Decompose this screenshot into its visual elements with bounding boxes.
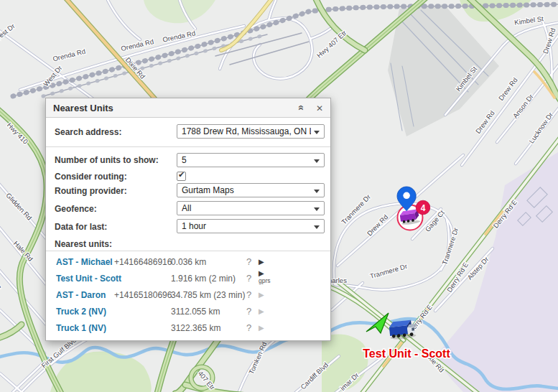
close-icon[interactable] bbox=[316, 103, 323, 113]
unit-row: Truck 1 (NV) 3122.365 km ? bbox=[46, 320, 330, 336]
data-for-last-value: 1 hour bbox=[182, 221, 311, 231]
unit-play-arrow-gprs[interactable]: gprs bbox=[259, 269, 276, 284]
unit-name-link[interactable]: Test Unit - Scott bbox=[56, 271, 113, 286]
unit-name-link[interactable]: Truck 2 (NV) bbox=[56, 304, 113, 319]
map-road-label: Tranmere Dr bbox=[369, 262, 408, 280]
search-address-label: Search address: bbox=[55, 127, 121, 137]
separator bbox=[46, 251, 330, 251]
unit-row: Truck 2 (NV) 3112.055 km ? bbox=[46, 304, 330, 319]
unit-play-arrow[interactable] bbox=[259, 254, 264, 270]
geofence-label: Geofence: bbox=[55, 204, 97, 214]
map-road-label: Tranmere Dr bbox=[440, 227, 460, 266]
unit-phone: +14165180696 bbox=[114, 287, 172, 303]
data-for-last-select[interactable]: 1 hour bbox=[177, 219, 325, 233]
unit-query-button[interactable]: ? bbox=[246, 304, 251, 319]
units-count-label: Number of units to show: bbox=[55, 155, 159, 165]
svg-text:4: 4 bbox=[421, 203, 426, 213]
geofence-select[interactable]: All bbox=[177, 201, 325, 215]
map-road-label: Kimbel St bbox=[514, 14, 544, 27]
unit-query-button[interactable]: ? bbox=[246, 320, 251, 336]
dialog-header: Nearest Units bbox=[46, 98, 330, 118]
map-road-label: Orenda Rd bbox=[52, 47, 86, 63]
separator bbox=[46, 146, 330, 147]
unit-distance: 3112.055 km bbox=[171, 304, 220, 319]
unit-distance: 34.785 km (23 min) bbox=[171, 287, 245, 303]
unit-play-arrow[interactable] bbox=[259, 320, 264, 336]
unit-distance: 3122.365 km bbox=[171, 320, 220, 336]
collapse-icon[interactable] bbox=[299, 103, 304, 113]
search-address-value: 1788 Drew Rd, Mississauga, ON L5S, Cana.… bbox=[182, 126, 311, 136]
routing-provider-label: Routing provider: bbox=[55, 186, 127, 196]
unit-distance: 0.036 km bbox=[171, 254, 206, 270]
unit-marker-label: Test Unit - Scott bbox=[363, 347, 450, 360]
unit-play-arrow[interactable] bbox=[259, 287, 264, 303]
nearest-units-label: Nearest units: bbox=[55, 239, 112, 249]
app-window: West DrWest DrOrenda RdOrenda RdOrenda R… bbox=[0, 0, 558, 392]
unit-name-link[interactable]: AST - Daron bbox=[56, 287, 113, 303]
nearest-units-dialog: Nearest Units Search address: 1788 Drew … bbox=[45, 98, 331, 341]
unit-phone: +14166486916 bbox=[114, 254, 172, 270]
geofence-value: All bbox=[182, 203, 311, 213]
gprs-label: gprs bbox=[259, 277, 276, 284]
unit-query-button[interactable]: ? bbox=[246, 287, 251, 303]
map-road-label: Glidden Rd bbox=[4, 191, 33, 221]
unit-distance: 1.916 km (2 min) bbox=[171, 271, 236, 286]
dialog-title: Nearest Units bbox=[53, 103, 113, 113]
unit-row: AST - Michael +14166486916 0.036 km ? bbox=[46, 254, 330, 270]
unit-row: AST - Daron +14165180696 34.785 km (23 m… bbox=[46, 287, 330, 303]
routing-provider-select[interactable]: Gurtam Maps bbox=[177, 183, 325, 197]
unit-name-link[interactable]: Truck 1 (NV) bbox=[56, 320, 113, 336]
units-count-select[interactable]: 5 bbox=[177, 153, 325, 167]
park-area bbox=[50, 351, 152, 392]
cluster-count-badge: 4 bbox=[416, 200, 430, 215]
unit-name-link[interactable]: AST - Michael bbox=[56, 254, 113, 270]
data-for-last-label: Data for last: bbox=[55, 222, 107, 232]
consider-routing-checkbox[interactable] bbox=[177, 172, 186, 181]
map-road-label: Tranmere Dr bbox=[340, 193, 372, 226]
map-road-label: Drew Rd bbox=[497, 76, 519, 102]
search-address-select[interactable]: 1788 Drew Rd, Mississauga, ON L5S, Cana.… bbox=[177, 124, 325, 139]
unit-play-arrow[interactable] bbox=[259, 304, 264, 319]
routing-provider-value: Gurtam Maps bbox=[182, 185, 311, 195]
unit-query-button[interactable]: ? bbox=[246, 271, 251, 286]
map-road-label: Tomken Rd bbox=[247, 340, 269, 375]
unit-row: Test Unit - Scott 1.916 km (2 min) ? gpr… bbox=[46, 271, 330, 286]
consider-routing-label: Consider routing: bbox=[55, 172, 127, 182]
map-road-label: Lucknow Dr bbox=[527, 111, 554, 144]
unit-play-arrow[interactable] bbox=[259, 269, 264, 277]
unit-query-button[interactable]: ? bbox=[246, 254, 251, 270]
units-count-value: 5 bbox=[182, 155, 311, 165]
